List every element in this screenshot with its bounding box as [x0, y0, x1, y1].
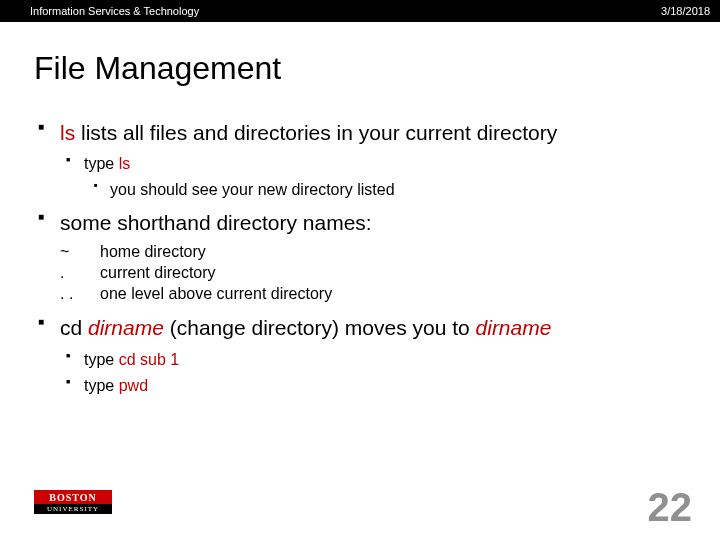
shorthand-symbol: . . — [60, 285, 100, 306]
shorthand-table: ~home directory.current directory. .one … — [60, 243, 332, 306]
text-run: type cd sub 1 — [84, 351, 179, 368]
slide: Information Services & Technology 3/18/2… — [0, 0, 720, 540]
bullet-l1: cd dirname (change directory) moves you … — [34, 314, 690, 397]
header-org: Information Services & Technology — [30, 5, 199, 17]
bullet-l2: type cd sub 1 — [60, 349, 690, 371]
shorthand-symbol: . — [60, 264, 100, 285]
shorthand-desc: current directory — [100, 264, 332, 285]
header-date: 3/18/2018 — [661, 5, 710, 17]
slide-body: File Management ls lists all files and d… — [0, 22, 720, 540]
text-run: cd dirname (change directory) moves you … — [60, 316, 551, 339]
table-row: . .one level above current directory — [60, 285, 332, 306]
shorthand-desc: home directory — [100, 243, 332, 264]
bullet-list-l2: type cd sub 1type pwd — [60, 349, 690, 398]
text-run: type pwd — [84, 377, 148, 394]
bullet-l1: some shorthand directory names:~home dir… — [34, 209, 690, 306]
bullet-l2: type pwd — [60, 375, 690, 397]
page-title: File Management — [34, 50, 690, 87]
page-number: 22 — [648, 485, 693, 530]
table-row: ~home directory — [60, 243, 332, 264]
text-run: type ls — [84, 155, 130, 172]
bullet-list-l2: type lsyou should see your new directory… — [60, 153, 690, 201]
text-run: ls lists all files and directories in yo… — [60, 121, 557, 144]
text-run: some shorthand directory names: — [60, 211, 372, 234]
shorthand-symbol: ~ — [60, 243, 100, 264]
bullet-l3: you should see your new directory listed — [84, 179, 690, 201]
table-row: .current directory — [60, 264, 332, 285]
header-bar: Information Services & Technology 3/18/2… — [0, 0, 720, 22]
logo-bottom-text: UNIVERSITY — [34, 504, 112, 514]
shorthand-desc: one level above current directory — [100, 285, 332, 306]
bullet-list-l3: you should see your new directory listed — [84, 179, 690, 201]
text-run: you should see your new directory listed — [110, 181, 395, 198]
bullet-list: ls lists all files and directories in yo… — [34, 119, 690, 398]
logo-top-text: BOSTON — [34, 490, 112, 504]
bu-logo: BOSTON UNIVERSITY — [34, 490, 112, 520]
bullet-l1: ls lists all files and directories in yo… — [34, 119, 690, 201]
bullet-l2: type lsyou should see your new directory… — [60, 153, 690, 201]
